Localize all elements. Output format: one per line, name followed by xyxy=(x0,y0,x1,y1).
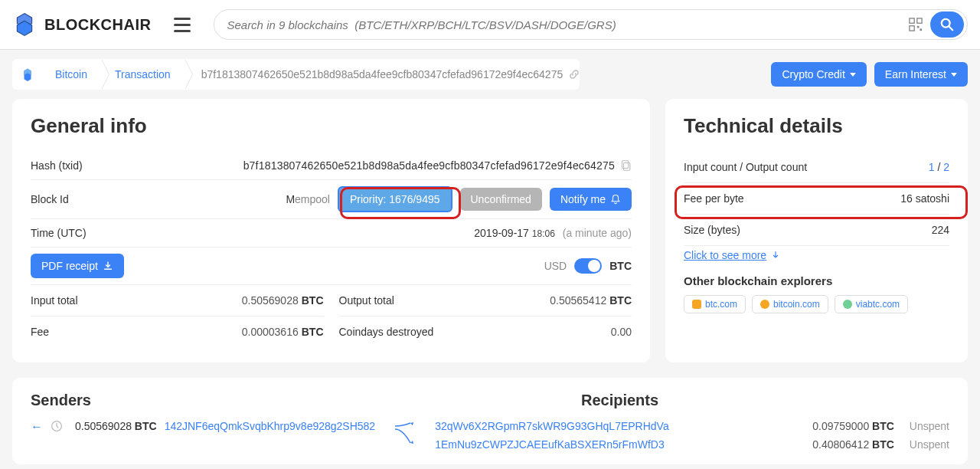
other-explorers-title: Other blockchain explorers xyxy=(684,274,949,287)
pdf-row: PDF receipt USD BTC xyxy=(31,248,632,285)
senders-title: Senders xyxy=(31,392,91,409)
svg-rect-3 xyxy=(917,26,920,28)
svg-rect-2 xyxy=(910,26,914,31)
recipient-status: Unspent xyxy=(910,438,949,451)
general-info-title: General info xyxy=(31,114,632,138)
technical-details-card: Technical details Input count / Output c… xyxy=(665,99,968,362)
sender-address[interactable]: 142JNF6eqQmkSvqbKhrp9v8e928g2SH582 xyxy=(165,420,376,432)
recipient-row: 1EmNu9zCWPZJCAEEufKaBSXERn5rFmWfD3 0.408… xyxy=(435,438,949,451)
mempool-label: Mempool xyxy=(286,193,330,205)
recipient-amount: 0.40806412 BTC xyxy=(812,438,894,451)
qr-icon[interactable] xyxy=(909,18,923,31)
breadcrumb-hash: b7f1813807462650e521b8d98a5da4fee9cfb803… xyxy=(201,68,580,80)
svg-rect-8 xyxy=(622,161,628,169)
flow-arrow-icon xyxy=(394,420,416,448)
cube-icon xyxy=(21,65,34,84)
explorer-viabtc[interactable]: viabtc.com xyxy=(835,295,908,313)
search-button[interactable] xyxy=(930,11,964,38)
copy-icon[interactable] xyxy=(621,160,632,171)
input-total-row: Input total 0.50569028BTC xyxy=(31,285,324,316)
clock-icon xyxy=(51,420,63,432)
usd-label: USD xyxy=(544,260,567,272)
block-label: Block Id xyxy=(31,193,168,205)
download-icon xyxy=(103,261,113,271)
breadcrumb-coin[interactable]: Bitcoin xyxy=(43,59,103,90)
breadcrumb-icon[interactable] xyxy=(12,65,43,84)
explorer-btc[interactable]: btc.com xyxy=(684,295,746,313)
chevron-down-icon xyxy=(771,251,780,260)
time-label: Time (UTC) xyxy=(31,227,168,239)
menu-button[interactable] xyxy=(174,18,191,32)
recipient-address[interactable]: 1EmNu9zCWPZJCAEEufKaBSXERn5rFmWfD3 xyxy=(435,438,665,451)
brand-logo[interactable]: BLOCKCHAIR xyxy=(12,12,151,37)
priority-badge[interactable]: Priority: 1676/9495 xyxy=(338,186,452,212)
bell-icon xyxy=(610,194,621,205)
brand-text: BLOCKCHAIR xyxy=(44,16,151,34)
fee-per-byte-row: Fee per byte 16 satoshi xyxy=(684,183,949,215)
svg-rect-1 xyxy=(917,18,922,23)
currency-switch[interactable] xyxy=(574,258,602,274)
hash-row: Hash (txid) b7f1813807462650e521b8d98a5d… xyxy=(31,152,632,180)
hash-label: Hash (txid) xyxy=(31,159,168,172)
size-row: Size (bytes) 224 xyxy=(684,215,949,246)
recipient-amount: 0.09759000 BTC xyxy=(812,420,894,432)
explorer-bitcoin[interactable]: bitcoin.com xyxy=(752,295,828,313)
pdf-receipt-button[interactable]: PDF receipt xyxy=(31,254,124,278)
io-count-row: Input count / Output count 1 / 2 xyxy=(684,152,949,183)
technical-title: Technical details xyxy=(684,114,949,138)
recipients-title: Recipients xyxy=(581,392,658,409)
time-value: 2019-09-17 18:06 (a minute ago) xyxy=(474,227,632,239)
flow-card: Senders Recipients ← 0.50569028 BTC 142J… xyxy=(12,378,968,464)
search-icon xyxy=(940,18,954,31)
search-bar xyxy=(214,9,968,40)
output-total-row: Output total 0.50565412BTC xyxy=(339,285,632,316)
general-info-card: General info Hash (txid) b7f181380746265… xyxy=(12,99,650,362)
sender-amount: 0.50569028 BTC xyxy=(75,420,157,432)
coindays-row: Coindays destroyed 0.00 xyxy=(339,316,632,347)
link-icon[interactable] xyxy=(569,69,580,80)
svg-rect-4 xyxy=(920,28,922,31)
recipient-address[interactable]: 32qWv6X2RGpmR7skWR9G93GHqL7EPRHdVa xyxy=(435,420,669,432)
input-count-link[interactable]: 1 xyxy=(929,161,935,173)
breadcrumb-page[interactable]: Transaction xyxy=(103,59,186,90)
caret-down-icon xyxy=(850,73,856,77)
hash-value: b7f1813807462650e521b8d98a5da4fee9cfb803… xyxy=(168,159,615,172)
logo-icon xyxy=(12,12,37,37)
block-row: Block Id Mempool Priority: 1676/9495 Unc… xyxy=(31,180,632,219)
currency-toggle: USD BTC xyxy=(544,258,632,274)
explorer-badges: btc.com bitcoin.com viabtc.com xyxy=(684,295,949,313)
fee-row: Fee 0.00003616BTC xyxy=(31,316,324,347)
breadcrumb: Bitcoin Transaction b7f1813807462650e521… xyxy=(12,59,580,90)
notify-button[interactable]: Notify me xyxy=(550,188,632,211)
svg-rect-7 xyxy=(624,163,630,171)
earn-interest-button[interactable]: Earn Interest xyxy=(874,62,968,87)
time-row: Time (UTC) 2019-09-17 18:06 (a minute ag… xyxy=(31,219,632,248)
crypto-credit-button[interactable]: Crypto Credit xyxy=(771,62,866,87)
svg-rect-0 xyxy=(910,18,914,23)
caret-down-icon xyxy=(951,73,957,77)
svg-line-6 xyxy=(949,27,953,31)
see-more-link[interactable]: Click to see more xyxy=(684,249,780,261)
output-count-link[interactable]: 2 xyxy=(943,161,949,173)
unconfirmed-badge: Unconfirmed xyxy=(460,188,542,211)
search-input[interactable] xyxy=(227,18,909,31)
recipient-status: Unspent xyxy=(910,420,949,432)
btc-label: BTC xyxy=(609,260,632,272)
arrow-left-icon[interactable]: ← xyxy=(31,420,43,434)
recipient-row: 32qWv6X2RGpmR7skWR9G93GHqL7EPRHdVa 0.097… xyxy=(435,420,949,432)
